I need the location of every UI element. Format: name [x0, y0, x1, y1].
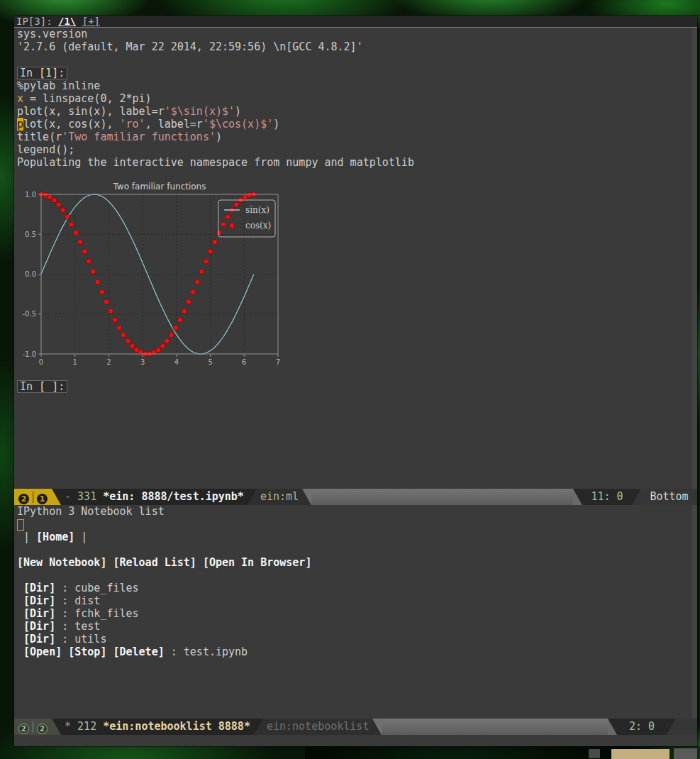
- notebook-buffer-text: sys.version'2.7.6 (default, Mar 22 2014,…: [14, 28, 697, 393]
- text-run: |: [17, 531, 36, 543]
- window-number-badge-icon: 2: [37, 724, 48, 734]
- text-run: '2.7.6 (default, Mar 22 2014, 22:59:56) …: [17, 40, 363, 53]
- dir-button[interactable]: [Dir]: [23, 594, 55, 607]
- scroll-position: Bottom: [650, 490, 688, 503]
- text-run: lot(x, cos(x),: [23, 118, 119, 131]
- window-number-badge-icon: 1: [37, 494, 48, 504]
- dir-button[interactable]: [Dir]: [23, 633, 55, 646]
- line-number: 331: [77, 490, 96, 503]
- text-run: :: [58, 380, 65, 393]
- powerline-separator-icon: [608, 719, 617, 735]
- input-prompt: In [1]:: [17, 67, 67, 79]
- buffer-line: [14, 518, 697, 531]
- line-number: 212: [77, 720, 96, 733]
- buffer-line: x = linspace(0, 2*pi): [14, 92, 697, 105]
- open-in-browser-button[interactable]: [Open In Browser]: [203, 556, 312, 569]
- scrollbar[interactable]: [692, 505, 697, 719]
- buffer-line: IPython 3 Notebook list: [14, 505, 697, 518]
- buffer-line: plot(x, sin(x), label=r'$\sin(x)$'): [14, 105, 697, 118]
- buffer-line: plot(x, cos(x), 'ro', label=r'$\cos(x)$'…: [14, 118, 697, 131]
- text-run: : cube_files: [55, 582, 138, 594]
- powerline-separator-icon: [52, 719, 61, 735]
- text-run: [62, 646, 68, 658]
- scrollbar[interactable]: [692, 28, 697, 489]
- delete-button[interactable]: [Delete]: [113, 646, 164, 658]
- svg-text:0: 0: [39, 358, 43, 366]
- buffer-status: *: [65, 720, 71, 733]
- open-button[interactable]: [Open]: [23, 646, 62, 658]
- badge-divider: |: [29, 490, 37, 503]
- text-run: = linspace(0, 2*pi): [23, 92, 152, 105]
- taskbar-item[interactable]: [611, 749, 670, 759]
- powerline-separator-icon: [573, 489, 582, 505]
- modeline-inactive: 2|2 * 212 *ein:notebooklist 8888* ein:no…: [14, 719, 697, 735]
- buffer-line: [Dir] : cube_files: [14, 582, 697, 594]
- modeline-filler: [382, 719, 608, 735]
- svg-text:4: 4: [174, 358, 179, 366]
- buffer-line: [Dir] : test: [14, 620, 697, 633]
- cursor-position: 2: 0: [629, 720, 655, 733]
- inactive-cursor: [17, 519, 24, 531]
- home-button[interactable]: [Home]: [36, 531, 74, 543]
- text-run: [17, 607, 23, 620]
- text-run: ): [235, 105, 241, 118]
- text-run: IPython 3 Notebook list: [17, 505, 165, 518]
- buffer-line: [Dir] : dist: [14, 594, 697, 607]
- emacs-frame: IP[3]: /1\ [+] sys.version'2.7.6 (defaul…: [14, 16, 697, 746]
- svg-text:6: 6: [242, 358, 246, 366]
- buffer-line: [14, 569, 697, 582]
- text-run: [17, 594, 23, 607]
- buffer-line: %pylab inline: [14, 79, 697, 92]
- taskbar-item[interactable]: [589, 749, 600, 758]
- buffer-line: [New Notebook] [Reload List] [Open In Br…: [14, 556, 697, 569]
- cursor-position: 11: 0: [591, 490, 623, 503]
- text-run: : test.ipynb: [165, 646, 248, 658]
- buffer-name[interactable]: *ein:notebooklist 8888*: [103, 720, 250, 733]
- reload-list-button[interactable]: [Reload List]: [113, 556, 196, 569]
- text-run: ): [216, 131, 222, 143]
- powerline-separator-icon: [248, 489, 257, 505]
- svg-text:0.5: 0.5: [25, 231, 36, 238]
- minibuffer[interactable]: [14, 735, 697, 746]
- powerline-separator-icon: [52, 489, 61, 505]
- notebook-tab[interactable]: /1\: [58, 16, 76, 27]
- major-mode[interactable]: ein:ml: [260, 490, 299, 503]
- major-mode[interactable]: ein:notebooklist: [267, 720, 370, 733]
- window-number-badges: 2|2: [14, 719, 52, 735]
- svg-text:sin(x): sin(x): [245, 205, 270, 215]
- buffer-line: In [1]:: [14, 66, 697, 79]
- text-run: [1]: [39, 67, 58, 79]
- svg-text:1: 1: [73, 358, 77, 366]
- text-run: [17, 582, 23, 594]
- dir-button[interactable]: [Dir]: [23, 582, 55, 594]
- svg-text:5: 5: [208, 358, 212, 366]
- stop-button[interactable]: [Stop]: [68, 646, 106, 658]
- text-run: '$\cos(x)$': [203, 118, 273, 131]
- buffer-line: legend();: [14, 143, 697, 156]
- new-notebook-button[interactable]: [New Notebook]: [17, 556, 106, 569]
- tab-bar-prefix: IP[3]:: [16, 16, 58, 27]
- notebook-tab-bar: IP[3]: /1\ [+]: [14, 16, 697, 28]
- text-run: , label=r: [145, 118, 203, 131]
- text-run: plot(x, sin(x), label=r: [17, 105, 165, 118]
- window-number-badges: 2|1: [14, 489, 52, 505]
- buffer-line: Populating the interactive namespace fro…: [14, 156, 697, 169]
- dir-button[interactable]: [Dir]: [23, 607, 55, 620]
- notebooklist-buffer-text: IPython 3 Notebook list | [Home] |[New N…: [14, 505, 697, 658]
- modeline-active: 2|1 - 331 *ein: 8888/test.ipynb* ein:ml …: [14, 489, 697, 505]
- powerline-separator-icon: [667, 719, 676, 735]
- powerline-separator-icon: [372, 719, 382, 735]
- notebooklist-window: IPython 3 Notebook list | [Home] |[New N…: [14, 505, 697, 719]
- svg-text:2: 2: [106, 358, 111, 366]
- text-run: : fchk_files: [55, 607, 138, 620]
- new-tab-button[interactable]: [+]: [82, 16, 100, 27]
- text-run: 'Two familiar functions': [62, 131, 216, 143]
- taskbar-item[interactable]: [674, 748, 697, 759]
- text-run: : test: [55, 620, 100, 633]
- buffer-line: [Open] [Stop] [Delete] : test.ipynb: [14, 646, 697, 658]
- buffer-name[interactable]: *ein: 8888/test.ipynb*: [103, 490, 244, 503]
- matplotlib-figure: 01234567-1.0-0.50.00.51.0Two familiar fu…: [16, 182, 287, 370]
- dir-button[interactable]: [Dir]: [23, 620, 55, 633]
- svg-text:Two familiar functions: Two familiar functions: [113, 182, 206, 192]
- text-run: '$\sin(x)$': [165, 105, 235, 118]
